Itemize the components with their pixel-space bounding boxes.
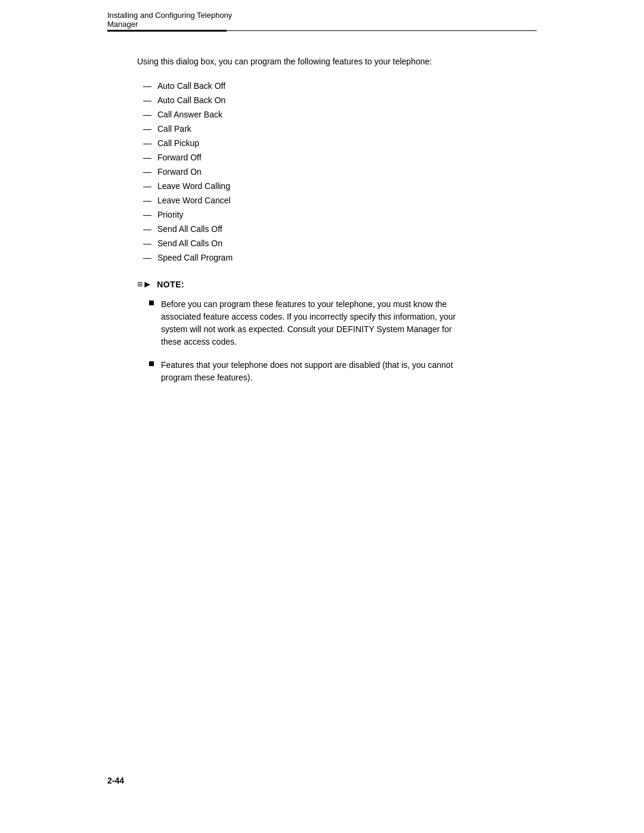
feature-label: Forward Off bbox=[157, 153, 202, 162]
feature-dash: — bbox=[143, 81, 151, 91]
feature-dash: — bbox=[143, 253, 151, 262]
feature-dash: — bbox=[143, 110, 151, 119]
feature-label: Send All Calls On bbox=[157, 239, 222, 248]
feature-label: Call Park bbox=[157, 124, 191, 134]
header-rule-thick bbox=[107, 30, 227, 32]
feature-dash: — bbox=[143, 153, 151, 162]
feature-label: Call Pickup bbox=[157, 138, 199, 148]
list-item: —Call Park bbox=[143, 124, 537, 134]
feature-label: Call Answer Back bbox=[157, 110, 222, 119]
bullet-text: Before you can program these features to… bbox=[161, 298, 471, 348]
note-bullet-item: Features that your telephone does not su… bbox=[149, 359, 471, 384]
feature-label: Leave Word Cancel bbox=[157, 196, 231, 205]
feature-dash: — bbox=[143, 239, 151, 248]
page-header: Installing and Configuring Telephony Man… bbox=[0, 0, 644, 32]
feature-dash: — bbox=[143, 167, 151, 176]
note-section: ≡► NOTE: Before you can program these fe… bbox=[137, 279, 537, 384]
feature-dash: — bbox=[143, 224, 151, 234]
intro-text: Using this dialog box, you can program t… bbox=[137, 55, 471, 68]
list-item: —Auto Call Back Off bbox=[143, 81, 537, 91]
feature-dash: — bbox=[143, 95, 151, 105]
feature-label: Leave Word Calling bbox=[157, 181, 230, 191]
header-rule-thin bbox=[227, 30, 537, 31]
header-title-line1: Installing and Configuring Telephony bbox=[107, 11, 537, 20]
feature-label: Auto Call Back Off bbox=[157, 81, 225, 91]
feature-list: —Auto Call Back Off—Auto Call Back On—Ca… bbox=[137, 81, 537, 262]
note-label: NOTE: bbox=[157, 280, 184, 289]
page-number: 2-44 bbox=[107, 776, 124, 785]
note-bullets: Before you can program these features to… bbox=[137, 298, 537, 384]
note-icon: ≡► bbox=[137, 279, 152, 290]
list-item: —Leave Word Calling bbox=[143, 181, 537, 191]
header-title-line2: Manager bbox=[107, 20, 537, 29]
bullet-text: Features that your telephone does not su… bbox=[161, 359, 471, 384]
page-container: Installing and Configuring Telephony Man… bbox=[0, 0, 644, 833]
list-item: —Send All Calls On bbox=[143, 239, 537, 248]
bullet-square-icon bbox=[149, 361, 154, 366]
feature-label: Priority bbox=[157, 210, 184, 219]
note-bullet-item: Before you can program these features to… bbox=[149, 298, 471, 348]
list-item: —Auto Call Back On bbox=[143, 95, 537, 105]
list-item: —Forward On bbox=[143, 167, 537, 176]
list-item: —Call Pickup bbox=[143, 138, 537, 148]
feature-dash: — bbox=[143, 196, 151, 205]
feature-dash: — bbox=[143, 210, 151, 219]
feature-label: Forward On bbox=[157, 167, 202, 176]
feature-label: Send All Calls Off bbox=[157, 224, 222, 234]
feature-label: Auto Call Back On bbox=[157, 95, 225, 105]
feature-dash: — bbox=[143, 138, 151, 148]
list-item: —Leave Word Cancel bbox=[143, 196, 537, 205]
bullet-square-icon bbox=[149, 301, 154, 305]
list-item: —Call Answer Back bbox=[143, 110, 537, 119]
list-item: —Forward Off bbox=[143, 153, 537, 162]
feature-dash: — bbox=[143, 181, 151, 191]
list-item: —Send All Calls Off bbox=[143, 224, 537, 234]
list-item: —Priority bbox=[143, 210, 537, 219]
feature-dash: — bbox=[143, 124, 151, 134]
main-content: Using this dialog box, you can program t… bbox=[0, 32, 644, 432]
feature-label: Speed Call Program bbox=[157, 253, 233, 262]
note-header: ≡► NOTE: bbox=[137, 279, 537, 290]
list-item: —Speed Call Program bbox=[143, 253, 537, 262]
